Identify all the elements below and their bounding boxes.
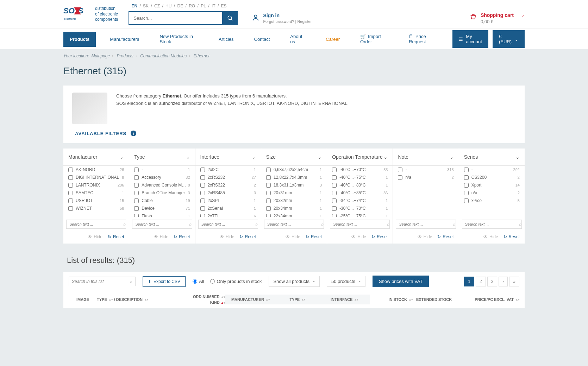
filter-body[interactable]: -40°C...+70°C 33 -40°C...+75°C 1 -40°C..… [327,166,393,217]
filter-option[interactable]: n/a 2 [459,189,525,197]
filter-checkbox[interactable] [266,214,271,217]
nav-contact[interactable]: Contact [248,32,276,47]
lang-it[interactable]: IT [212,4,215,8]
filter-option[interactable]: - 313 [393,166,458,173]
filter-checkbox[interactable] [68,175,73,180]
filter-header[interactable]: Note ⌄ [393,149,458,166]
th-interface[interactable]: INTERFACE ▲▾ [319,295,370,304]
filter-option[interactable]: 18,3x31,1x3mm 3 [261,181,327,189]
filter-option[interactable]: -30°C...+70°C 1 [327,204,393,212]
filter-option[interactable]: LANTRONIX 206 [63,181,129,189]
filter-header[interactable]: Type ⌄ [129,149,195,166]
logo[interactable]: SO S electronic distributionof electroni… [63,6,118,23]
filter-option[interactable]: AK-NORD 26 [63,166,129,173]
filter-option[interactable]: -40°C...+75°C 1 [327,173,393,181]
filter-checkbox[interactable] [134,168,139,172]
list-search-input[interactable] [72,279,130,284]
filter-option[interactable]: Flash 1 [129,212,195,217]
filter-checkbox[interactable] [134,191,139,195]
filter-body[interactable]: - 313 n/a 2 [393,166,458,217]
radio-all[interactable]: All [193,279,204,284]
filter-search-input[interactable] [330,220,385,228]
nav-price-request[interactable]: 🗒Price Request [402,29,445,49]
lang-de[interactable]: DE [177,4,183,8]
cart-link[interactable]: Shopping cart 0,00 € ⌄ [469,12,525,24]
th-type[interactable]: TYPE ▲▾ [276,295,319,304]
show-all-select[interactable]: Show all products [269,276,320,287]
search-input[interactable] [129,11,223,25]
filter-header[interactable]: Interface ⌄ [195,149,261,166]
filter-hide[interactable]: 👁Hide [483,234,498,239]
lang-cz[interactable]: CZ [154,4,160,8]
filter-search-input[interactable] [396,220,451,228]
filter-checkbox[interactable] [200,191,205,195]
filter-option[interactable]: 20x32mm 1 [261,197,327,204]
filter-option[interactable]: 2xSerial 1 [195,204,261,212]
signin-link[interactable]: Sign in [263,13,312,18]
filter-option[interactable]: CS3200 2 [459,173,525,181]
filter-checkbox[interactable] [398,175,402,180]
filter-checkbox[interactable] [332,183,337,188]
filter-option[interactable]: 2xI2C 1 [195,166,261,173]
lang-es[interactable]: ES [221,4,227,8]
filter-option[interactable]: 2xRS322 2 [195,181,261,189]
filter-option[interactable]: 20x31mm 1 [261,189,327,197]
filter-body[interactable]: - 292 CS3200 2 Xport 14 n/a 2 xPico 5 [459,166,525,217]
breadcrumb-mainpage[interactable]: Mainpage [91,53,110,58]
filter-checkbox[interactable] [266,191,271,195]
filter-hide[interactable]: 👁Hide [88,234,102,239]
filter-option[interactable]: Accessory 32 [129,173,195,181]
page-3[interactable]: 3 [487,277,498,286]
lang-ro[interactable]: RO [189,4,195,8]
filter-checkbox[interactable] [134,198,139,203]
breadcrumb-communication[interactable]: Communication Modules [140,53,187,58]
filter-checkbox[interactable] [332,198,337,203]
filter-hide[interactable]: 👁Hide [418,234,432,239]
filter-checkbox[interactable] [332,214,337,217]
filter-body[interactable]: AK-NORD 26 DIGI INTERNATIONAL 9 LANTRONI… [63,166,129,217]
filter-checkbox[interactable] [464,175,469,180]
filter-search-input[interactable] [199,220,253,228]
filter-option[interactable]: 20x34mm 1 [261,204,327,212]
filter-body[interactable]: - 1 Accessory 32 Advanced Console Manage… [129,166,195,217]
filter-body[interactable]: 2xI2C 1 2xRS232 27 2xRS322 2 2xRS485 3 2… [195,166,261,217]
filter-header[interactable]: Size ⌄ [261,149,327,166]
breadcrumb-ethernet[interactable]: Ethernet [194,53,209,58]
filter-reset[interactable]: ↻Reset [239,234,256,239]
filter-option[interactable]: Branch Office Manager 3 [129,189,195,197]
my-account-button[interactable]: ☰My account [452,30,488,48]
filter-checkbox[interactable] [134,175,139,180]
filter-reset[interactable]: ↻Reset [174,234,190,239]
filter-option[interactable]: 2xRS232 27 [195,173,261,181]
filter-option[interactable]: Device 71 [129,204,195,212]
lang-hu[interactable]: HU [165,4,171,8]
filter-search-input[interactable] [132,220,187,228]
filter-search-input[interactable] [462,220,517,228]
search-button[interactable] [223,11,238,25]
filter-hide[interactable]: 👁Hide [286,234,300,239]
filter-option[interactable]: USR IOT 15 [63,197,129,204]
filter-checkbox[interactable] [200,168,205,172]
th-manufacturer[interactable]: MANUFACTURER ▲▾ [225,295,276,304]
filter-checkbox[interactable] [134,214,139,217]
filter-checkbox[interactable] [200,206,205,211]
filter-option[interactable]: Advanced Console Manager 8 [129,181,195,189]
per-page-select[interactable]: 50 products [327,276,365,287]
filter-hide[interactable]: 👁Hide [220,234,234,239]
filter-checkbox[interactable] [464,198,469,203]
filter-option[interactable]: WIZNET 58 [63,204,129,212]
nav-products[interactable]: Products [63,32,96,47]
filter-reset[interactable]: ↻Reset [108,234,124,239]
filter-hide[interactable]: 👁Hide [351,234,366,239]
filter-checkbox[interactable] [266,168,271,172]
nav-career[interactable]: Career [319,32,346,47]
filter-option[interactable]: n/a 2 [393,173,458,181]
filter-search-input[interactable] [67,220,121,228]
filter-checkbox[interactable] [266,206,271,211]
filter-option[interactable]: DIGI INTERNATIONAL 9 [63,173,129,181]
filter-checkbox[interactable] [200,175,205,180]
filter-reset[interactable]: ↻Reset [371,234,388,239]
filter-option[interactable]: -40°C...+85°C 86 [327,189,393,197]
filter-checkbox[interactable] [200,198,205,203]
lang-pl[interactable]: PL [201,4,206,8]
